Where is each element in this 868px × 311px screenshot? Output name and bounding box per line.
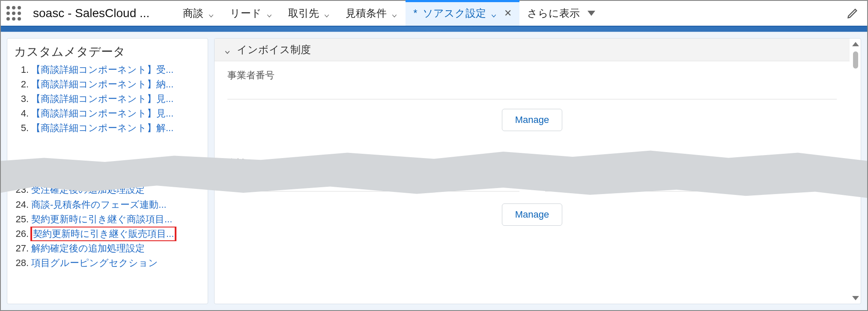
manage-button[interactable]: Manage [502,203,563,226]
nav-tab-soasc-settings[interactable]: * ソアスク設定 ✕ [406,1,519,26]
sidebar-item-highlighted: 26.契約更新時に引き継ぐ販売項目... [13,227,204,241]
nav-tab-lead[interactable]: リード [222,1,280,26]
chevron-down-icon[interactable] [208,10,215,17]
sidebar-link[interactable]: 【商談詳細コンポーネント】見... [31,92,173,106]
close-icon[interactable]: ✕ [504,8,512,19]
sidebar-list-bottom: 23.受注確定後の追加処理設定 24.商談-見積条件のフェーズ連動... 25.… [13,182,204,270]
nav-tabs: 商談 リード 取引先 見積条件 [175,1,603,26]
field-underline [227,99,837,99]
sidebar-link[interactable]: 解約確定後の追加処理設定 [31,241,145,256]
top-nav: soasc - SalesCloud ... 商談 リード 取引先 [1,1,867,27]
nav-tab-label: 取引先 [288,6,319,20]
nav-tab-label: リード [230,6,262,20]
section-title: インボイス制度 [237,43,311,57]
sidebar-item: 28.項目グルーピングセクション [13,256,204,270]
scroll-thumb[interactable] [853,51,858,69]
sidebar-link[interactable]: 商談-見積条件のフェーズ連動... [31,197,167,212]
sidebar-item: 27.解約確定後の追加処理設定 [13,241,204,256]
sidebar-link[interactable]: 【商談詳細コンポーネント】納... [31,77,173,92]
scroll-up-icon[interactable] [852,42,859,46]
sidebar-item: 24.商談-見積条件のフェーズ連動... [13,197,204,212]
chevron-down-icon[interactable] [391,10,398,17]
section-header[interactable]: インボイス制度 [215,39,850,61]
nav-tab-more[interactable]: さらに表示 [519,1,603,26]
chevron-down-icon[interactable] [323,10,330,17]
pencil-icon[interactable] [847,7,859,19]
scroll-down-icon[interactable] [852,296,859,300]
nav-tab-label: 見積条件 [346,6,387,20]
manage-button[interactable]: Manage [502,109,563,131]
sidebar-item: 25.契約更新時に引き継ぐ商談項目... [13,212,204,227]
sidebar-link[interactable]: 【商談詳細コンポーネント】解... [31,121,173,135]
chevron-down-icon[interactable] [490,10,497,17]
sidebar-item: 2.【商談詳細コンポーネント】納... [13,77,204,92]
sidebar-link[interactable]: 項目グルーピングセクション [31,256,158,270]
sidebar-link[interactable]: 【商談詳細コンポーネント】受... [31,63,173,77]
nav-tab-opportunity[interactable]: 商談 [175,1,222,26]
chevron-down-icon [224,46,231,53]
field-underline [227,191,519,191]
chevron-down-icon[interactable] [266,10,273,17]
sidebar-link[interactable]: 【商談詳細コンポーネント】見... [31,106,173,121]
sidebar-link[interactable]: 契約更新時に引き継ぐ商談項目... [31,212,172,227]
accent-band [1,27,867,32]
app-name: soasc - SalesCloud ... [33,6,149,20]
sidebar-item: 3.【商談詳細コンポーネント】見... [13,92,204,106]
sidebar-title: カスタムメタデータ [14,44,204,60]
sidebar-link[interactable]: 契約更新時に引き継ぐ販売項目... [31,227,176,241]
sidebar-item: 5.【商談詳細コンポーネント】解... [13,121,204,135]
field-label-business-number: 事業者番号 [227,69,837,82]
caret-down-icon [588,11,595,16]
sidebar-item: 1.【商談詳細コンポーネント】受... [13,63,204,77]
nav-tab-label: さらに表示 [527,6,580,20]
dirty-indicator: * [413,7,417,19]
nav-tab-label: 商談 [183,6,203,20]
sidebar-item: 4.【商談詳細コンポーネント】見... [13,106,204,121]
app-launcher-icon[interactable] [5,5,22,22]
nav-tab-label: ソアスク設定 [423,6,486,20]
nav-tab-quote[interactable]: 見積条件 [338,1,406,26]
nav-tab-account[interactable]: 取引先 [280,1,338,26]
sidebar-list-top: 1.【商談詳細コンポーネント】受... 2.【商談詳細コンポーネント】納... … [13,63,204,135]
